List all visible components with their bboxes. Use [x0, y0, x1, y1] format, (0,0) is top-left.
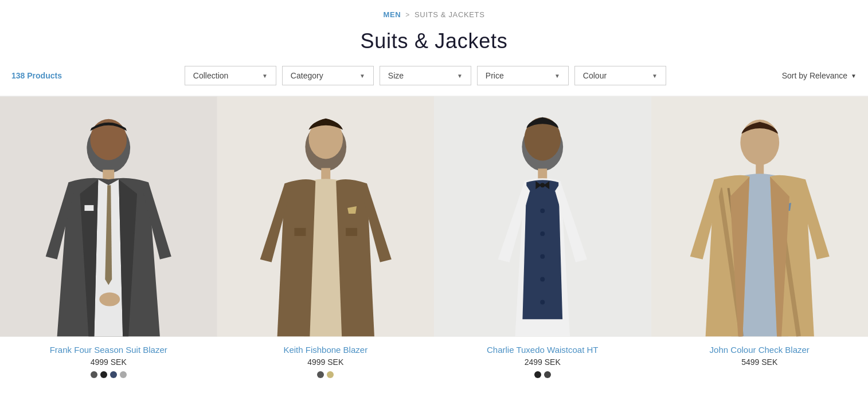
product-info-john: John Colour Check Blazer5499 SEK: [704, 337, 815, 377]
color-dot-keith-1[interactable]: [327, 371, 334, 378]
product-colors-charlie: [487, 371, 599, 378]
filter-category-label: Category: [291, 71, 323, 80]
breadcrumb-separator: >: [405, 11, 410, 19]
filter-price-label: Price: [486, 71, 504, 80]
product-price-frank: 4999 SEK: [50, 357, 167, 367]
filter-collection[interactable]: Collection▼: [185, 66, 276, 85]
filter-price-chevron-icon: ▼: [554, 73, 560, 79]
product-info-keith: Keith Fishbone Blazer4999 SEK: [277, 337, 373, 384]
product-colors-keith: [283, 371, 367, 378]
product-price-john: 5499 SEK: [710, 357, 810, 367]
filter-size-chevron-icon: ▼: [457, 73, 463, 79]
breadcrumb-current: SUITS & JACKETS: [415, 10, 484, 19]
filter-dropdowns: Collection▼Category▼Size▼Price▼Colour▼: [75, 66, 776, 85]
breadcrumb: MEN > SUITS & JACKETS: [0, 0, 868, 25]
product-card-keith[interactable]: Keith Fishbone Blazer4999 SEK: [217, 96, 435, 384]
color-dot-frank-2[interactable]: [110, 371, 117, 378]
svg-rect-24: [756, 164, 764, 174]
product-name-john[interactable]: John Colour Check Blazer: [710, 345, 810, 355]
product-image-frank: [0, 96, 217, 337]
product-count: 138 Products: [11, 71, 69, 80]
product-colors-frank: [50, 371, 167, 378]
color-dot-charlie-1[interactable]: [544, 371, 551, 378]
sort-label: Sort by Relevance: [782, 71, 847, 80]
svg-point-19: [540, 300, 545, 304]
filter-size[interactable]: Size▼: [380, 66, 471, 85]
filter-bar: 138 Products Collection▼Category▼Size▼Pr…: [0, 66, 868, 96]
product-count-number: 138: [11, 71, 25, 80]
product-card-frank[interactable]: Frank Four Season Suit Blazer4999 SEK: [0, 96, 217, 384]
filter-price[interactable]: Price▼: [477, 66, 569, 85]
filter-collection-label: Collection: [193, 71, 228, 80]
color-dot-frank-3[interactable]: [120, 371, 127, 378]
product-card-charlie[interactable]: Charlie Tuxedo Waistcoat HT2499 SEK: [434, 96, 651, 384]
svg-point-17: [540, 254, 545, 259]
svg-rect-14: [538, 168, 547, 180]
svg-rect-9: [294, 228, 306, 236]
filter-category-chevron-icon: ▼: [359, 73, 365, 79]
color-dot-frank-0[interactable]: [91, 371, 97, 378]
svg-point-3: [99, 292, 120, 306]
sort-chevron-icon: ▼: [851, 73, 857, 79]
filter-size-label: Size: [388, 71, 404, 80]
svg-point-18: [540, 277, 545, 282]
filter-collection-chevron-icon: ▼: [262, 73, 268, 79]
svg-point-16: [540, 231, 545, 236]
svg-point-20: [540, 183, 545, 187]
products-grid: Frank Four Season Suit Blazer4999 SEK Ke…: [0, 96, 868, 384]
filter-colour-chevron-icon: ▼: [652, 73, 658, 79]
color-dot-frank-1[interactable]: [100, 371, 107, 378]
svg-rect-10: [346, 228, 357, 236]
product-price-charlie: 2499 SEK: [487, 357, 599, 367]
product-info-charlie: Charlie Tuxedo Waistcoat HT2499 SEK: [481, 337, 604, 384]
color-dot-charlie-0[interactable]: [534, 371, 541, 378]
svg-rect-8: [321, 168, 330, 179]
breadcrumb-men[interactable]: MEN: [384, 10, 401, 19]
svg-rect-4: [84, 205, 93, 211]
product-name-charlie[interactable]: Charlie Tuxedo Waistcoat HT: [487, 345, 599, 355]
product-count-label: Products: [27, 71, 62, 80]
color-dot-keith-0[interactable]: [317, 371, 324, 378]
product-price-keith: 4999 SEK: [283, 357, 367, 367]
svg-point-15: [540, 209, 545, 213]
page-title: Suits & Jackets: [0, 25, 868, 66]
product-image-charlie: [434, 96, 651, 337]
product-image-keith: [217, 96, 435, 337]
filter-category[interactable]: Category▼: [282, 66, 374, 85]
filter-colour[interactable]: Colour▼: [574, 66, 666, 85]
product-info-frank: Frank Four Season Suit Blazer4999 SEK: [44, 337, 173, 384]
filter-colour-label: Colour: [583, 71, 607, 80]
product-name-frank[interactable]: Frank Four Season Suit Blazer: [50, 345, 167, 355]
product-card-john[interactable]: John Colour Check Blazer5499 SEK: [651, 96, 869, 384]
product-name-keith[interactable]: Keith Fishbone Blazer: [283, 345, 367, 355]
sort-dropdown[interactable]: Sort by Relevance ▼: [782, 71, 857, 80]
product-image-john: [651, 96, 869, 337]
